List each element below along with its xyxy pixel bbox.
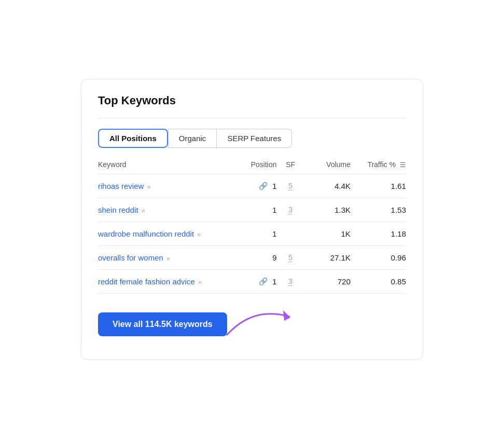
traffic-cell: 0.96 xyxy=(351,245,406,269)
traffic-cell: 1.18 xyxy=(351,222,406,245)
tab-group: All Positions Organic SERP Features xyxy=(98,129,406,148)
position-value: 1 xyxy=(272,182,276,190)
position-cell: 1 xyxy=(227,222,276,245)
tab-organic[interactable]: Organic xyxy=(168,129,217,148)
keyword-link-overalls-for-women[interactable]: overalls for women » xyxy=(98,253,170,262)
position-value: 1 xyxy=(272,277,276,286)
col-header-volume: Volume xyxy=(304,160,351,174)
volume-cell: 1.3K xyxy=(304,198,351,222)
table-row: reddit female fashion advice »🔗137200.85 xyxy=(98,269,406,293)
position-value: 9 xyxy=(272,253,276,262)
sf-cell: 3 xyxy=(277,198,304,222)
position-cell: 🔗1 xyxy=(227,269,276,293)
traffic-label: Traffic % xyxy=(368,160,396,169)
link-icon: 🔗 xyxy=(259,182,268,190)
position-cell: 9 xyxy=(227,245,276,269)
sf-cell: 5 xyxy=(277,245,304,269)
volume-cell: 720 xyxy=(304,269,351,293)
filter-icon[interactable]: ☰ xyxy=(400,161,406,169)
keyword-link-wardrobe-malfunction-reddit[interactable]: wardrobe malfunction reddit » xyxy=(98,229,201,238)
svg-marker-0 xyxy=(283,310,290,321)
chevron-icon: » xyxy=(197,279,202,286)
tab-all-positions[interactable]: All Positions xyxy=(98,129,168,148)
table-row: shein reddit »131.3K1.53 xyxy=(98,198,406,222)
table-row: overalls for women »9527.1K0.96 xyxy=(98,245,406,269)
col-header-traffic: Traffic % ☰ xyxy=(351,160,406,174)
table-row: wardrobe malfunction reddit »11K1.18 xyxy=(98,222,406,245)
volume-cell: 1K xyxy=(304,222,351,245)
card-title: Top Keywords xyxy=(98,94,406,107)
col-header-keyword: Keyword xyxy=(98,160,227,174)
chevron-icon: » xyxy=(140,207,145,214)
position-value: 1 xyxy=(272,206,276,214)
sf-cell xyxy=(277,222,304,245)
sf-cell: 3 xyxy=(277,269,304,293)
bottom-section: View all 114.5K keywords xyxy=(98,306,406,343)
link-icon: 🔗 xyxy=(259,277,268,285)
top-divider xyxy=(98,118,406,118)
traffic-cell: 0.85 xyxy=(351,269,406,293)
table-row: rihoas review »🔗154.4K1.61 xyxy=(98,174,406,198)
keyword-link-rihoas-review[interactable]: rihoas review » xyxy=(98,182,150,190)
curved-arrow-svg xyxy=(222,301,300,343)
traffic-cell: 1.53 xyxy=(351,198,406,222)
chevron-icon: » xyxy=(145,183,150,190)
chevron-icon: » xyxy=(195,231,201,238)
top-keywords-card: Top Keywords All Positions Organic SERP … xyxy=(81,79,423,360)
col-header-sf: SF xyxy=(277,160,304,174)
position-cell: 1 xyxy=(227,198,276,222)
tab-serp-features[interactable]: SERP Features xyxy=(217,129,292,148)
traffic-cell: 1.61 xyxy=(351,174,406,198)
volume-cell: 4.4K xyxy=(304,174,351,198)
sf-cell: 5 xyxy=(277,174,304,198)
arrow-decoration xyxy=(222,306,305,343)
keyword-link-reddit-female-fashion-advice[interactable]: reddit female fashion advice » xyxy=(98,277,202,286)
position-value: 1 xyxy=(272,229,276,238)
keywords-table: Keyword Position SF Volume Traffic % ☰ r… xyxy=(98,160,406,294)
position-cell: 🔗1 xyxy=(227,174,276,198)
view-all-button[interactable]: View all 114.5K keywords xyxy=(98,312,227,336)
volume-cell: 27.1K xyxy=(304,245,351,269)
col-header-position: Position xyxy=(227,160,276,174)
chevron-icon: » xyxy=(165,255,170,262)
keyword-link-shein-reddit[interactable]: shein reddit » xyxy=(98,206,145,214)
